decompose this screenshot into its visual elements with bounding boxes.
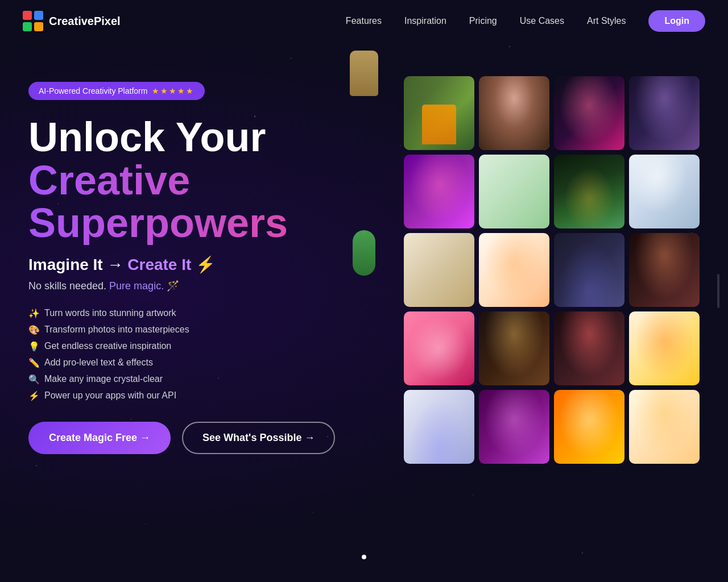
feature-6: ⚡ Power up your apps with our API	[28, 390, 381, 401]
tagline-arrow: →	[107, 256, 127, 273]
grid-cell-11	[554, 233, 624, 307]
badge-text: AI-Powered Creativity Platform	[39, 86, 147, 95]
grid-cell-8	[629, 155, 700, 228]
grid-cell-5	[404, 155, 474, 228]
brand-name: CreativePixel	[49, 15, 121, 28]
tagline-bolt: ⚡	[196, 256, 216, 273]
tagline-end: Create It	[127, 256, 191, 273]
subtitle-start: No skills needed.	[28, 280, 106, 292]
tagline-start: Imagine It	[28, 256, 103, 273]
grid-cell-15	[554, 311, 624, 385]
pagination-dot-1[interactable]	[362, 555, 366, 559]
grid-cell-19	[554, 390, 624, 464]
image-grid	[404, 76, 700, 464]
hero-badge: AI-Powered Creativity Platform ★★★★★	[28, 82, 205, 100]
hero-headline: Unlock Your Creative Superpowers	[28, 116, 381, 245]
feature-text-2: Transform photos into masterpieces	[44, 325, 189, 335]
svg-rect-3	[34, 22, 43, 31]
grid-cell-17	[404, 390, 474, 464]
feature-2: 🎨 Transform photos into masterpieces	[28, 325, 381, 335]
logo[interactable]: CreativePixel	[23, 11, 121, 31]
feature-text-5: Make any image crystal-clear	[44, 374, 163, 384]
feature-icon-4: ✏️	[28, 357, 40, 368]
scroll-indicator	[717, 274, 719, 308]
logo-icon	[23, 11, 43, 31]
feature-3: 💡 Get endless creative inspiration	[28, 341, 381, 352]
feature-icon-5: 🔍	[28, 374, 40, 385]
subtitle-magic: Pure magic.	[109, 280, 164, 292]
grid-cell-20	[629, 390, 700, 464]
feature-icon-3: 💡	[28, 341, 40, 352]
badge-stars: ★★★★★	[152, 86, 195, 95]
subtitle-emoji: 🪄	[167, 280, 179, 292]
feature-text-1: Turn words into stunning artwork	[44, 308, 176, 318]
pagination	[362, 555, 366, 559]
nav-links: Features Inspiration Pricing Use Cases A…	[346, 10, 705, 32]
navigation: CreativePixel Features Inspiration Prici…	[0, 0, 728, 42]
feature-text-3: Get endless creative inspiration	[44, 341, 171, 351]
grid-cell-7	[554, 155, 624, 228]
nav-inspiration[interactable]: Inspiration	[404, 16, 446, 26]
create-magic-button[interactable]: Create Magic Free →	[28, 422, 171, 454]
grid-cell-16	[629, 311, 700, 385]
grid-cell-10	[479, 233, 549, 307]
login-button[interactable]: Login	[648, 10, 705, 32]
grid-cell-13	[404, 311, 474, 385]
grid-cell-1	[404, 76, 474, 150]
feature-icon-2: 🎨	[28, 325, 40, 335]
nav-pricing[interactable]: Pricing	[469, 16, 497, 26]
svg-rect-0	[23, 11, 32, 20]
feature-1: ✨ Turn words into stunning artwork	[28, 308, 381, 319]
feature-4: ✏️ Add pro-level text & effects	[28, 357, 381, 368]
feature-text-4: Add pro-level text & effects	[44, 357, 153, 368]
grid-cell-9	[404, 233, 474, 307]
hero-tagline: Imagine It → Create It ⚡	[28, 255, 381, 274]
feature-icon-1: ✨	[28, 308, 40, 319]
grid-cell-4	[629, 76, 700, 150]
grid-cell-2	[479, 76, 549, 150]
svg-rect-1	[34, 11, 43, 20]
cta-buttons: Create Magic Free → See What's Possible …	[28, 422, 381, 454]
hero-subtitle: No skills needed. Pure magic. 🪄	[28, 280, 381, 292]
feature-text-6: Power up your apps with our API	[44, 390, 176, 401]
features-list: ✨ Turn words into stunning artwork 🎨 Tra…	[28, 308, 381, 401]
hero-image-grid	[404, 76, 700, 464]
grid-cell-12	[629, 233, 700, 307]
svg-rect-2	[23, 22, 32, 31]
nav-features[interactable]: Features	[346, 16, 382, 26]
see-whats-possible-button[interactable]: See What's Possible →	[182, 422, 335, 454]
grid-cell-14	[479, 311, 549, 385]
nav-use-cases[interactable]: Use Cases	[520, 16, 564, 26]
grid-cell-6	[479, 155, 549, 228]
nav-art-styles[interactable]: Art Styles	[587, 16, 626, 26]
grid-cell-3	[554, 76, 624, 150]
main-content: AI-Powered Creativity Platform ★★★★★ Unl…	[0, 42, 728, 464]
feature-5: 🔍 Make any image crystal-clear	[28, 374, 381, 385]
headline-line2: Creative Superpowers	[28, 159, 381, 245]
feature-icon-6: ⚡	[28, 390, 40, 401]
hero-left: AI-Powered Creativity Platform ★★★★★ Unl…	[28, 76, 381, 454]
headline-line1: Unlock Your	[28, 114, 266, 160]
grid-cell-18	[479, 390, 549, 464]
